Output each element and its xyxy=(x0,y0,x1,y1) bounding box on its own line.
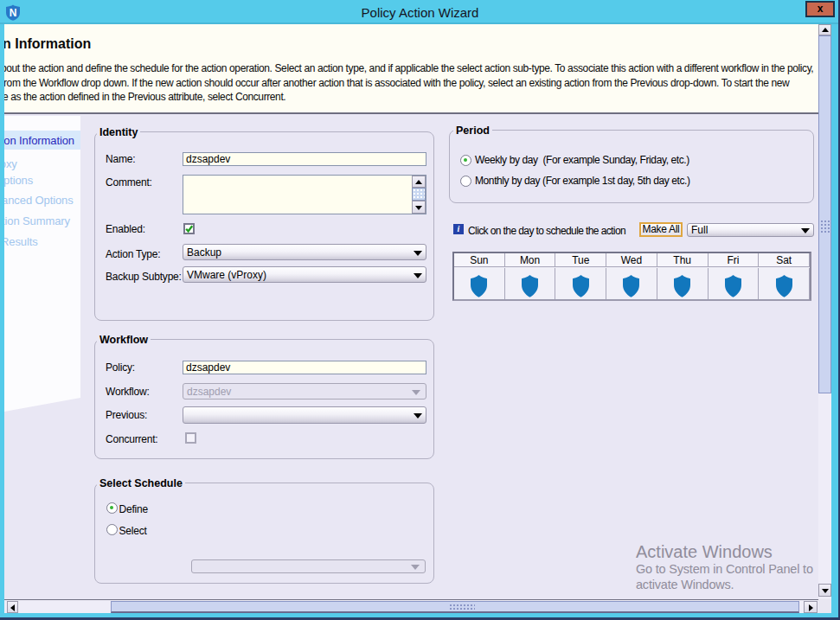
svg-text:N: N xyxy=(10,7,17,19)
